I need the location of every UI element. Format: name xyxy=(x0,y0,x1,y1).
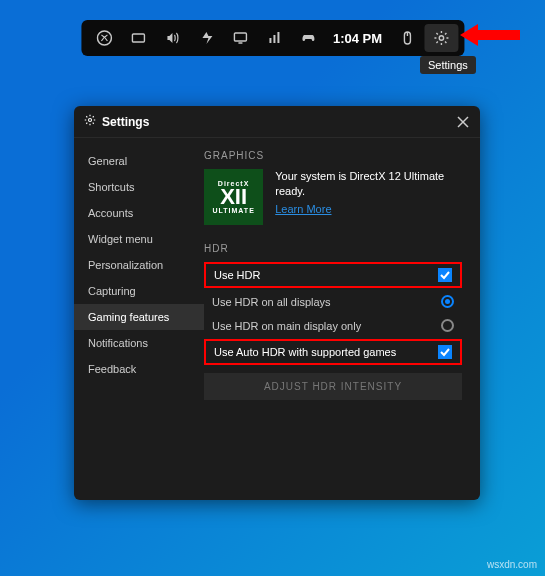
sidebar-item-gaming-features[interactable]: Gaming features xyxy=(74,304,204,330)
hdr-section-label: HDR xyxy=(204,243,462,254)
settings-gear-icon[interactable] xyxy=(424,24,458,52)
widget-icon[interactable] xyxy=(223,24,257,52)
settings-content: GRAPHICS DirectX XII ULTIMATE Your syste… xyxy=(204,138,480,500)
settings-tooltip: Settings xyxy=(420,56,476,74)
hdr-all-displays-row[interactable]: Use HDR on all displays xyxy=(204,291,462,312)
hdr-main-only-radio[interactable] xyxy=(441,319,454,332)
svg-rect-3 xyxy=(269,38,271,43)
xbox-icon[interactable] xyxy=(87,24,121,52)
adjust-hdr-intensity-button[interactable]: ADJUST HDR INTENSITY xyxy=(204,373,462,400)
hdr-all-displays-label: Use HDR on all displays xyxy=(212,296,331,308)
close-button[interactable] xyxy=(456,115,470,129)
sidebar-item-feedback[interactable]: Feedback xyxy=(74,356,204,382)
panel-title-text: Settings xyxy=(102,115,149,129)
hdr-main-only-row[interactable]: Use HDR on main display only xyxy=(204,315,462,336)
settings-sidebar: General Shortcuts Accounts Widget menu P… xyxy=(74,138,204,500)
directx-badge-bottom: ULTIMATE xyxy=(212,207,254,214)
sidebar-item-accounts[interactable]: Accounts xyxy=(74,200,204,226)
watermark: wsxdn.com xyxy=(487,559,537,570)
use-hdr-label: Use HDR xyxy=(214,269,260,281)
performance-icon[interactable] xyxy=(189,24,223,52)
resources-icon[interactable] xyxy=(257,24,291,52)
hdr-all-displays-radio[interactable] xyxy=(441,295,454,308)
sidebar-item-personalization[interactable]: Personalization xyxy=(74,252,204,278)
sidebar-item-capturing[interactable]: Capturing xyxy=(74,278,204,304)
panel-titlebar: Settings xyxy=(74,106,480,138)
gamepad-icon[interactable] xyxy=(291,24,325,52)
auto-hdr-checkbox[interactable] xyxy=(438,345,452,359)
directx-status-text: Your system is DirectX 12 Ultimate ready… xyxy=(275,169,462,199)
sidebar-item-notifications[interactable]: Notifications xyxy=(74,330,204,356)
svg-rect-1 xyxy=(132,34,144,42)
svg-rect-2 xyxy=(234,33,246,41)
svg-rect-5 xyxy=(277,32,279,43)
svg-point-8 xyxy=(439,36,443,40)
auto-hdr-label: Use Auto HDR with supported games xyxy=(214,346,396,358)
sidebar-item-general[interactable]: General xyxy=(74,148,204,174)
use-hdr-row[interactable]: Use HDR xyxy=(204,262,462,288)
mouse-icon[interactable] xyxy=(390,24,424,52)
learn-more-link[interactable]: Learn More xyxy=(275,203,331,215)
graphics-section-label: GRAPHICS xyxy=(204,150,462,161)
audio-icon[interactable] xyxy=(155,24,189,52)
auto-hdr-row[interactable]: Use Auto HDR with supported games xyxy=(204,339,462,365)
svg-point-10 xyxy=(89,119,92,122)
svg-marker-9 xyxy=(460,24,520,46)
directx-badge-mid: XII xyxy=(220,187,247,207)
use-hdr-checkbox[interactable] xyxy=(438,268,452,282)
hdr-main-only-label: Use HDR on main display only xyxy=(212,320,361,332)
sidebar-item-widget-menu[interactable]: Widget menu xyxy=(74,226,204,252)
sidebar-item-shortcuts[interactable]: Shortcuts xyxy=(74,174,204,200)
red-arrow-annotation xyxy=(460,24,520,50)
directx-badge: DirectX XII ULTIMATE xyxy=(204,169,263,225)
gear-icon xyxy=(84,114,96,129)
settings-panel: Settings General Shortcuts Accounts Widg… xyxy=(74,106,480,500)
clock-time: 1:04 PM xyxy=(325,31,390,46)
svg-rect-4 xyxy=(273,35,275,43)
game-bar: 1:04 PM xyxy=(81,20,464,56)
capture-icon[interactable] xyxy=(121,24,155,52)
